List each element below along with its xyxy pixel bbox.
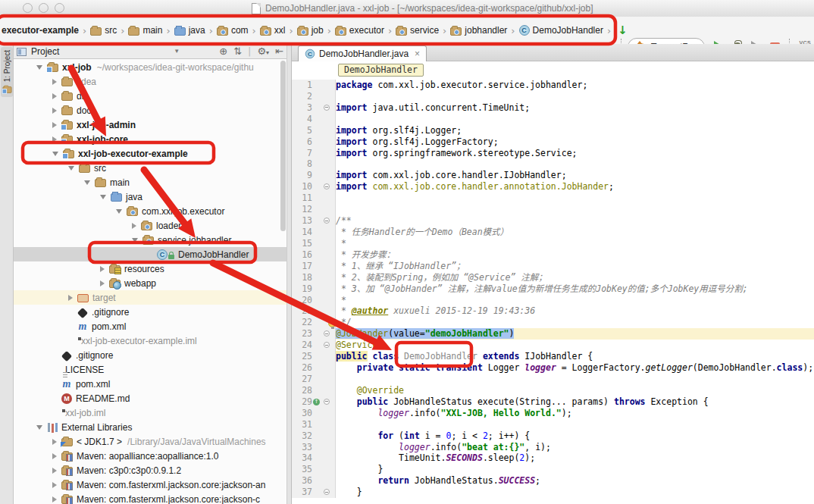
code-line-30[interactable]: 30 logger.info("XXL-JOB, Hello World."); [292,408,814,419]
tree-item-gitignore[interactable]: .gitignore [14,348,286,362]
tree-item-xxl-job-core[interactable]: xxl-job-core [14,132,286,146]
code-line-text[interactable]: * 任务Handler的一个Demo（Bean模式） [336,227,814,238]
tree-item-pom-xml[interactable]: pom.xml [14,319,286,333]
expand-arrow-icon[interactable] [116,209,122,214]
gutter-line-24[interactable]: 24 [292,340,336,351]
tree-item-resources[interactable]: resources [14,261,286,276]
tree-item-service-jobhandler[interactable]: service.jobhandler [14,233,286,247]
gutter-line-6[interactable]: 6 [292,136,336,148]
breadcrumb-com[interactable]: com [217,25,249,36]
gutter-line-23[interactable]: 23 [292,328,336,340]
expand-arrow-icon[interactable] [100,280,105,286]
fold-marker-icon[interactable] [324,489,330,495]
tree-item-maven-aopalliance-aopalliance-1-0[interactable]: Maven: aopalliance:aopalliance:1.0 [14,449,286,463]
code-line-29[interactable]: 29↑ public JobHandleStatus execute(Strin… [292,396,814,408]
code-line-text[interactable]: * @author xuxueli 2015-12-19 19:43:36 [336,305,814,317]
expand-arrow-icon[interactable] [52,453,57,459]
tree-item-xxl-job[interactable]: xxl-job~/workspaces/idea-git-workspace/g… [14,60,286,74]
code-line-25[interactable]: 25public class DemoJobHandler extends IJ… [292,351,814,362]
hide-panel-icon[interactable]: ⇤ [275,45,283,57]
code-line-text[interactable]: * 2、装配到Spring，例如加 “@Service” 注解； [336,272,814,283]
code-line-19[interactable]: 19 * 3、加 “@JobHander” 注解，注解value值为新增任务生成… [292,283,814,295]
code-line-4[interactable]: 4 [292,114,814,125]
code-line-text[interactable]: logger.info("beat at:{}", i); [336,442,814,453]
tree-item-com-xxl-job-executor[interactable]: com.xxl.job.executor [14,204,286,218]
gutter-line-14[interactable]: 14 [292,227,336,238]
locate-icon[interactable]: ⊕ [219,45,227,57]
gutter-line-37[interactable]: 37 [292,487,336,498]
gutter-line-28[interactable]: 28 [292,385,336,396]
code-line-text[interactable]: import org.springframework.stereotype.Se… [336,148,814,159]
breadcrumb-java[interactable]: java [174,25,205,36]
tree-item-xxl-job-iml[interactable]: xxl-job.iml [14,405,286,420]
code-line-text[interactable]: return JobHandleStatus.SUCCESS; [336,475,814,487]
expand-arrow-icon[interactable] [52,79,57,85]
code-line-text[interactable]: } [336,464,814,475]
tree-item-main[interactable]: main [14,175,286,189]
tree-item-xxl-job-executor-example-iml[interactable]: xxl-job-executor-example.iml [14,333,286,348]
gutter-line-21[interactable]: 21 [292,305,336,317]
tree-item-maven-com-fasterxml-jackson-core-jackson-c[interactable]: Maven: com.fasterxml.jackson.core:jackso… [14,492,286,504]
gutter-line-8[interactable]: 8 [292,158,336,170]
gutter-line-1[interactable]: 1 [292,80,336,91]
code-line-31[interactable]: 31 [292,419,814,430]
breadcrumb-main[interactable]: main [128,25,162,36]
tree-item-webapp[interactable]: webapp [14,276,286,290]
code-line-14[interactable]: 14 * 任务Handler的一个Demo（Bean模式） [292,227,814,238]
gutter-line-4[interactable]: 4 [292,114,336,125]
code-line-text[interactable] [336,114,814,125]
tree-item-java[interactable]: java [14,189,286,204]
minimize-window-icon[interactable] [39,3,49,13]
code-line-text[interactable]: */ [336,317,814,328]
code-line-32[interactable]: 32 for (int i = 0; i < 2; i++) { [292,430,814,442]
tree-item-doc[interactable]: doc [14,103,286,117]
code-line-7[interactable]: 7import org.springframework.stereotype.S… [292,148,814,159]
code-line-22[interactable]: 22 */ [292,317,814,328]
gutter-line-34[interactable]: 34 [292,452,336,464]
gutter-line-15[interactable]: 15 [292,238,336,249]
code-line-13[interactable]: 13/** [292,215,814,227]
code-line-text[interactable]: } [336,487,814,498]
title-bar[interactable]: DemoJobHandler.java - xxl-job - [~/works… [0,0,814,17]
code-line-text[interactable]: public class DemoJobHandler extends IJob… [336,351,814,362]
code-line-6[interactable]: 6import org.slf4j.LoggerFactory; [292,136,814,148]
code-line-text[interactable]: @Service [336,340,814,351]
code-line-text[interactable] [336,158,814,170]
breadcrumb-jobhandler[interactable]: jobhandler [450,25,507,36]
gutter-line-25[interactable]: 25 [292,351,336,362]
code-line-text[interactable]: public JobHandleStatus execute(String...… [336,396,814,408]
code-line-21[interactable]: 21 * @author xuxueli 2015-12-19 19:43:36 [292,305,814,317]
breadcrumb-demojobhandler[interactable]: DemoJobHandler [519,25,603,36]
gutter-line-12[interactable]: 12 [292,204,336,215]
fold-marker-icon[interactable] [324,105,330,111]
expand-arrow-icon[interactable] [52,122,57,128]
gutter-line-32[interactable]: 32 [292,430,336,442]
code-line-text[interactable]: import org.slf4j.LoggerFactory; [336,136,814,148]
tree-item-demojobhandler[interactable]: DemoJobHandler [14,247,286,261]
override-marker-icon[interactable]: ↑ [313,399,320,405]
gutter-line-33[interactable]: 33 [292,442,336,453]
breadcrumb-service[interactable]: service [396,25,439,36]
gutter-line-31[interactable]: 31 [292,419,336,430]
gutter-line-26[interactable]: 26 [292,362,336,374]
code-line-10[interactable]: 10import com.xxl.job.core.handler.annota… [292,181,814,193]
code-line-text[interactable]: @Override [336,385,814,396]
code-line-17[interactable]: 17 * 1、继承 “IJobHandler”； [292,261,814,272]
tree-scrollbar[interactable] [280,61,286,231]
panel-splitter[interactable] [286,44,292,504]
gutter-line-30[interactable]: 30 [292,408,336,419]
tool-window-tab-project[interactable]: 1: Project [1,47,13,97]
code-line-5[interactable]: 5import org.slf4j.Logger; [292,125,814,136]
gutter-line-5[interactable]: 5 [292,125,336,136]
fold-marker-icon[interactable] [324,183,330,189]
tree-item-xxl-job-admin[interactable]: xxl-job-admin [14,117,286,132]
code-line-33[interactable]: 33 logger.info("beat at:{}", i); [292,442,814,453]
gutter-line-20[interactable]: 20 [292,295,336,306]
gutter-line-9[interactable]: 9 [292,170,336,181]
expand-arrow-icon[interactable] [132,238,138,243]
code-line-text[interactable]: import java.util.concurrent.TimeUnit; [336,102,814,114]
code-line-text[interactable]: * 1、继承 “IJobHandler”； [336,261,814,272]
gutter-line-29[interactable]: 29↑ [292,396,336,408]
code-line-3[interactable]: 3import java.util.concurrent.TimeUnit; [292,102,814,114]
expand-arrow-icon[interactable] [52,468,57,474]
